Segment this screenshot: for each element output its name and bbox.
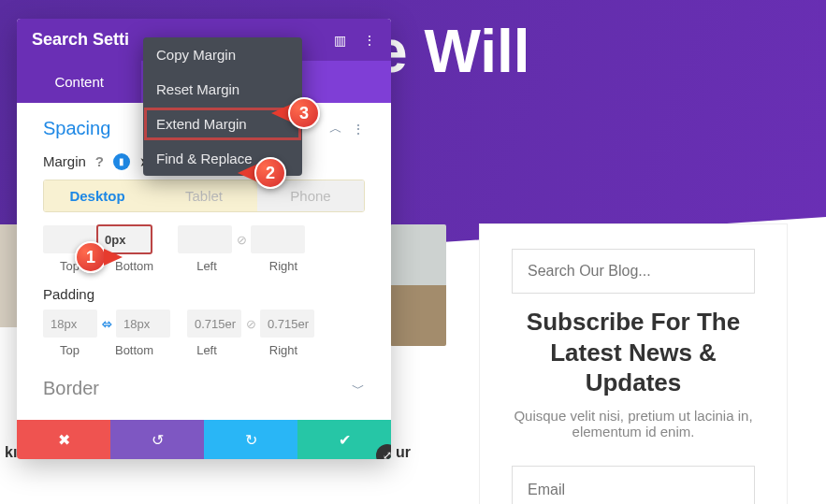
device-switcher: Desktop Tablet Phone <box>43 180 365 212</box>
link-vertical-icon[interactable]: ⬄ <box>97 317 116 331</box>
padding-bottom-input[interactable]: 18px <box>116 310 170 338</box>
section-title-border: Border <box>43 378 99 399</box>
action-bar: ✖ ↺ ↻ ✔ ⤢ <box>17 420 391 459</box>
callout-2: 2 <box>238 157 286 189</box>
more-icon[interactable]: ⋮ <box>363 33 376 48</box>
panel-title: Search Setti <box>32 30 129 50</box>
chevron-down-icon: ﹀ <box>352 381 365 397</box>
chevron-up-icon[interactable]: ︿ <box>329 121 342 137</box>
thumbnail-image <box>0 224 19 327</box>
subscribe-card: Subscribe For The Latest News & Updates … <box>480 224 787 504</box>
callout-bubble: 1 <box>75 241 107 273</box>
section-more-icon[interactable]: ⋮ <box>352 122 365 137</box>
section-border[interactable]: Border ﹀ <box>17 361 391 420</box>
help-icon[interactable]: ? <box>95 153 104 169</box>
callout-bubble: 2 <box>254 157 286 189</box>
delete-button[interactable]: ✖ <box>17 420 110 459</box>
thumbnail-image <box>390 224 446 346</box>
side-label: Right <box>269 343 297 357</box>
side-label: Right <box>269 259 297 273</box>
padding-left-input[interactable]: 0.715er <box>187 310 241 338</box>
menu-copy-margin[interactable]: Copy Margin <box>143 37 302 72</box>
subscribe-heading: Subscribe For The Latest News & Updates <box>512 307 755 398</box>
device-desktop[interactable]: Desktop <box>44 180 151 211</box>
side-label: Left <box>196 343 217 357</box>
page-hero-title: e Will <box>374 17 530 86</box>
callout-bubble: 3 <box>288 97 320 129</box>
columns-icon[interactable]: ▥ <box>334 33 346 48</box>
responsive-icon[interactable]: ▮ <box>113 153 130 170</box>
side-label: Left <box>196 259 217 273</box>
side-label: Top <box>60 343 80 357</box>
redo-button[interactable]: ↻ <box>204 420 297 459</box>
padding-right-input[interactable]: 0.715er <box>260 310 314 338</box>
margin-label: Margin <box>43 153 86 169</box>
blog-search-input[interactable] <box>512 249 755 294</box>
section-title-spacing[interactable]: Spacing <box>43 118 110 139</box>
link-horizontal-icon[interactable]: ⊘ <box>232 233 251 247</box>
margin-left-input[interactable] <box>178 225 232 253</box>
padding-label: Padding <box>43 286 365 302</box>
tab-content[interactable]: Content <box>17 61 141 103</box>
callout-1: 1 <box>75 241 123 273</box>
undo-button[interactable]: ↺ <box>110 420 204 459</box>
link-horizontal-icon[interactable]: ⊘ <box>241 317 260 331</box>
margin-right-input[interactable] <box>251 225 305 253</box>
subscribe-description: Quisque velit nisi, pretium ut lacinia i… <box>512 408 755 439</box>
thumbnail-caption: kı <box>5 444 17 461</box>
thumbnail-caption: ur <box>396 444 411 461</box>
padding-top-input[interactable]: 18px <box>43 310 97 338</box>
email-field[interactable] <box>512 466 755 505</box>
link-vertical-icon[interactable] <box>155 225 174 253</box>
callout-3: 3 <box>271 97 320 129</box>
side-label: Bottom <box>115 343 153 357</box>
